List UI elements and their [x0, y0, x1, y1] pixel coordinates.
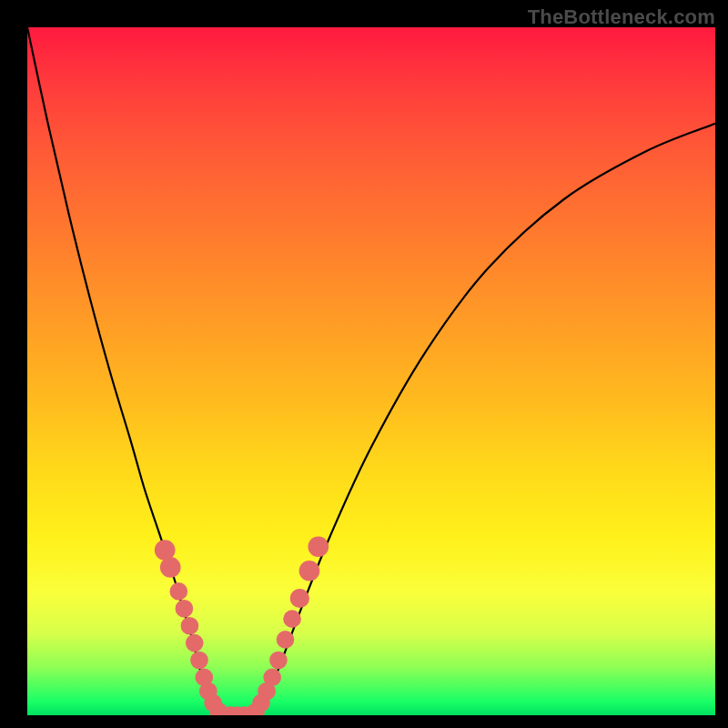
curve-right — [260, 124, 715, 715]
chart-frame: TheBottleneck.com — [0, 0, 728, 728]
data-marker — [160, 557, 181, 578]
chart-svg — [27, 27, 715, 715]
data-marker — [308, 536, 329, 557]
watermark-text: TheBottleneck.com — [528, 5, 715, 29]
data-marker — [290, 589, 309, 608]
data-marker — [283, 610, 301, 628]
data-marker — [169, 582, 187, 601]
plot-area — [27, 27, 715, 715]
data-marker — [269, 652, 288, 670]
data-marker — [181, 617, 199, 635]
data-marker — [299, 561, 320, 581]
data-marker — [277, 631, 295, 649]
data-marker — [263, 669, 281, 687]
data-marker — [176, 600, 194, 618]
marker-group — [155, 536, 329, 715]
data-marker — [190, 652, 208, 670]
data-marker — [186, 634, 204, 652]
